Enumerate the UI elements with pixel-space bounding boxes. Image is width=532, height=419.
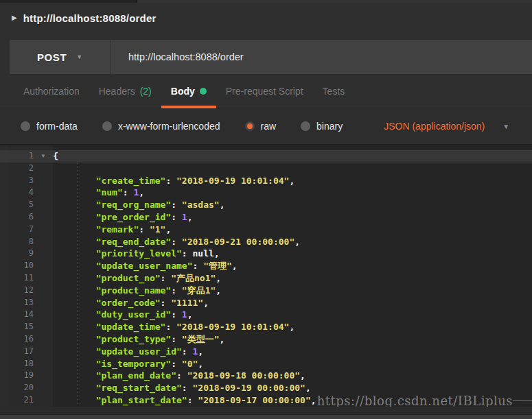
code-text: "pre_order_id": 1, [53,211,193,224]
token-ws [53,237,96,247]
token-pun: , [289,322,294,332]
body-type-raw[interactable]: raw [245,121,277,132]
tab-tests[interactable]: Tests [313,74,355,108]
code-line[interactable]: 16 "product_type": "类型一", [0,333,532,346]
tab-authorization[interactable]: Authorization [14,74,89,108]
radio-icon[interactable] [21,121,30,131]
raw-body-editor[interactable]: 1▼{23 "create_time": "2018-09-19 10:01:0… [0,145,532,407]
token-ws [53,273,96,283]
code-line[interactable]: 13 "order_code": "1111", [0,297,532,309]
radio-icon[interactable] [102,121,112,131]
code-line[interactable]: 12 "product_name": "穿品1", [0,285,532,297]
url-value: http://localhost:8088/order [128,51,244,62]
line-number: 16 [0,333,34,346]
token-pun: : [171,359,182,369]
code-text: "create_time": "2018-09-19 10:01:04", [53,175,294,187]
code-text: "order_code": "1111", [53,297,209,309]
token-pun: , [216,285,221,296]
url-input[interactable]: http://localhost:8088/order [111,40,532,74]
fold-caret-icon[interactable]: ▼ [34,150,53,163]
token-key: "req_start_date" [96,383,182,393]
tab-headers[interactable]: Headers(2) [89,74,161,108]
token-ws [53,200,96,210]
body-type-binary[interactable]: binary [301,121,343,132]
token-key: "duty_user_id" [96,309,172,320]
tab-label: Pre-request Script [226,86,303,97]
line-number: 5 [0,199,34,211]
token-pun: : [171,237,182,247]
code-line[interactable]: 11 "product_no": "产品no1", [0,272,532,285]
token-pun: , [216,273,221,283]
token-ws [53,383,96,393]
body-type-x-www-form-urlencoded[interactable]: x-www-form-urlencoded [102,121,220,132]
code-line[interactable]: 17 "update_user_id": 1, [0,346,532,358]
code-line[interactable]: 10 "update_user_name": "管理", [0,260,532,272]
fold-spacer [34,297,53,309]
body-type-label: raw [261,121,277,132]
token-ws [53,261,96,271]
token-pun: , [294,237,300,247]
body-filled-dot-icon [200,88,207,95]
code-line[interactable]: 4 "num": 1, [0,187,532,199]
chevron-down-icon: ▼ [502,123,509,130]
token-str: "2018-09-19 10:01:04" [176,176,289,186]
response-section-edge [0,414,532,419]
line-number: 20 [0,382,34,394]
code-line[interactable]: 5 "req_org_name": "asdas", [0,199,532,211]
token-str: "产品no1" [171,273,216,283]
fold-spacer [34,211,53,224]
token-pun: : [165,176,176,186]
code-line[interactable]: 9 "priority_level": null, [0,248,532,260]
token-key: "pre_order_id" [96,212,172,222]
token-pun: , [289,176,294,186]
fold-spacer [34,224,53,236]
token-pun: , [220,200,225,210]
token-key: "order_code" [96,298,161,308]
radio-icon[interactable] [245,121,255,131]
body-type-form-data[interactable]: form-data [21,121,78,132]
collapse-arrow-icon[interactable]: ▶ [12,14,17,21]
token-pun: : [139,224,150,235]
code-line[interactable]: 1▼{ [0,150,532,163]
token-str: "0" [182,359,198,369]
line-number: 17 [0,346,34,358]
tab-label: Tests [323,86,345,97]
fold-spacer [34,272,53,285]
tab-body[interactable]: Body [161,74,216,108]
request-title-bar[interactable]: ▶ http://localhost:8088/order [0,3,532,33]
code-text: "num": 1, [53,187,144,199]
radio-icon[interactable] [301,121,310,131]
code-line[interactable]: 8 "req_end_date": "2018-09-21 00:00:00", [0,236,532,248]
token-pun: : [171,334,182,344]
code-line[interactable]: 19 "plan_end_date": "2018-09-18 00:00:00… [0,370,532,382]
fold-spacer [34,321,53,333]
token-pun: : [161,298,172,308]
line-number: 4 [0,187,34,199]
token-key: "priority_level" [96,248,182,259]
code-line[interactable]: 18 "is_temporary": "0", [0,358,532,370]
token-key: "product_name" [96,285,172,296]
token-ws [53,334,96,344]
content-type-dropdown[interactable]: JSON (application/json) ▼ [384,121,509,132]
method-dropdown[interactable]: POST ▼ [10,40,110,74]
token-key: "num" [96,187,123,197]
token-pun: , [165,224,171,235]
code-line[interactable]: 3 "create_time": "2018-09-19 10:01:04", [0,175,532,187]
token-pun: : [176,370,187,381]
token-key: "remark" [96,224,139,235]
fold-spacer [34,163,53,175]
code-line[interactable]: 6 "pre_order_id": 1, [0,211,532,224]
code-text: "remark": "1", [53,224,171,236]
token-ws [53,309,96,320]
tab-pre-request-script[interactable]: Pre-request Script [216,74,313,108]
watermark-line [513,400,532,401]
code-line[interactable]: 14 "duty_user_id": 1, [0,309,532,321]
code-line[interactable]: 15 "update_time": "2018-09-19 10:01:04", [0,321,532,333]
code-line[interactable]: 2 [0,163,532,175]
code-line[interactable]: 20 "req_start_date": "2018-09-19 00:00:0… [0,382,532,394]
code-text: "req_org_name": "asdas", [53,199,224,211]
line-number: 8 [0,236,34,248]
code-line[interactable]: 7 "remark": "1", [0,224,532,236]
token-str: "类型一" [182,334,220,344]
fold-spacer [34,333,53,346]
